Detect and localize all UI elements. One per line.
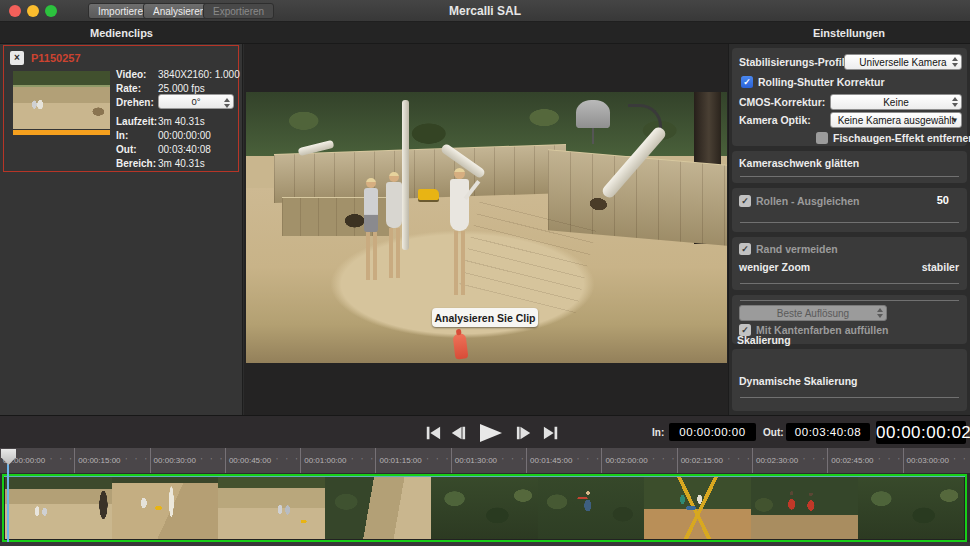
- rate-value: 25.000 fps: [158, 83, 205, 94]
- clip-name: P1150257: [31, 52, 81, 64]
- filmstrip-thumbnail: [218, 477, 325, 539]
- less-zoom-label: weniger Zoom: [739, 261, 810, 273]
- ruler-tick: 00:00:15:00: [75, 448, 150, 473]
- resolution-value: Beste Auflösung: [777, 308, 849, 319]
- analyze-clip-overlay-button[interactable]: Analysieren Sie Clip: [432, 308, 538, 327]
- scaling-slider[interactable]: [740, 300, 959, 301]
- in-value: 00:00:00:00: [158, 130, 211, 141]
- video-label: Video:: [116, 69, 146, 80]
- avoid-border-label: Rand vermeiden: [756, 243, 838, 255]
- pan-smoothing-slider[interactable]: [740, 176, 959, 177]
- rotate-label: Drehen:: [116, 97, 154, 108]
- filmstrip-thumbnail: [5, 477, 112, 539]
- out-value: 00:03:40:08: [158, 144, 211, 155]
- media-clips-panel: × P1150257 Video:3840X2160: 1.000 Rate:2…: [0, 44, 243, 415]
- stepper-updown-icon: [877, 308, 883, 318]
- profile-label: Stabilisierungs-Profile:: [739, 56, 854, 68]
- stepper-updown-icon: [952, 57, 958, 67]
- rolling-shutter-checkbox[interactable]: ✓: [741, 76, 753, 88]
- filmstrip-thumbnail: [112, 477, 219, 539]
- ruler-tick: 00:02:00:00: [602, 448, 677, 473]
- timeline-ruler[interactable]: 00:00:00:0000:00:15:0000:00:30:0000:00:4…: [0, 448, 970, 473]
- filmstrip-thumbnail: [644, 477, 751, 539]
- video-frame: Analysieren Sie Clip: [246, 92, 727, 363]
- filmstrip-thumbnail: [538, 477, 645, 539]
- roll-checkbox[interactable]: ✓: [739, 195, 751, 207]
- video-preview-area: Analysieren Sie Clip: [244, 44, 728, 415]
- out-label: Out:: [116, 144, 137, 155]
- profile-value: Universelle Kamera: [859, 57, 946, 68]
- rotate-select[interactable]: 0°: [158, 94, 234, 109]
- stepper-updown-icon: [224, 98, 230, 108]
- step-back-button[interactable]: [450, 425, 466, 441]
- video-child: [444, 168, 474, 295]
- range-value: 3m 40.31s: [158, 158, 205, 169]
- profile-select[interactable]: Universelle Kamera: [844, 54, 962, 70]
- dynamic-scaling-label: Dynamische Skalierung: [739, 375, 857, 387]
- filmstrip-thumbnail: [751, 477, 858, 539]
- cmos-select[interactable]: Keine: [830, 94, 962, 110]
- panel-headers: Medienclips Einstellungen: [0, 22, 970, 44]
- ruler-tick: 00:01:30:00: [452, 448, 527, 473]
- video-toy-digger: [418, 189, 439, 200]
- clip-thumbnail[interactable]: [13, 71, 110, 129]
- ruler-tick: 00:02:30:00: [753, 448, 828, 473]
- checkmark-icon: ✓: [739, 195, 751, 207]
- step-forward-button[interactable]: [516, 425, 532, 441]
- rotate-value: 0°: [191, 96, 200, 107]
- video-child: [360, 178, 382, 280]
- roll-value: 50: [937, 194, 949, 206]
- filmstrip-thumbnail: [325, 477, 432, 539]
- window-title: Mercalli SAL: [0, 4, 970, 18]
- ruler-tick: 00:00:45:00: [226, 448, 301, 473]
- medienclips-header: Medienclips: [0, 27, 243, 39]
- go-to-start-button[interactable]: [425, 425, 441, 441]
- ruler-tick: 00:01:45:00: [527, 448, 602, 473]
- transport-in-field[interactable]: 00:00:00:00: [669, 423, 756, 441]
- ruler-tick: 00:02:15:00: [678, 448, 753, 473]
- rate-label: Rate:: [116, 83, 141, 94]
- cmos-label: CMOS-Korrektur:: [739, 96, 825, 108]
- fisheye-label: Fischaugen-Effekt entfernen: [833, 132, 970, 144]
- ruler-tick: 00:01:15:00: [376, 448, 451, 473]
- dynamic-scaling-section: Dynamische Skalierung: [732, 349, 967, 411]
- in-label: In:: [116, 130, 128, 141]
- fisheye-checkbox[interactable]: [816, 132, 828, 144]
- checkmark-icon: ✓: [741, 76, 753, 88]
- bottom-edge: [0, 542, 970, 546]
- filmstrip-thumbnails: [5, 477, 964, 539]
- transport-out-field[interactable]: 00:03:40:08: [786, 423, 870, 441]
- ruler-tick: 00:02:45:00: [828, 448, 903, 473]
- clip-card-selected[interactable]: × P1150257 Video:3840X2160: 1.000 Rate:2…: [3, 45, 239, 172]
- range-label: Bereich:: [116, 158, 156, 169]
- remove-clip-button[interactable]: ×: [10, 51, 24, 65]
- current-timecode: 00:00:00:02: [876, 421, 966, 444]
- mercalli-window: Importieren Analysieren Exportieren Merc…: [0, 0, 970, 546]
- dynamic-scaling-slider[interactable]: [740, 397, 959, 398]
- ruler-tick: 00:00:30:00: [151, 448, 226, 473]
- stabler-label: stabiler: [922, 261, 959, 273]
- optics-select[interactable]: Keine Kamera ausgewählt ▾: [830, 112, 962, 128]
- cmos-value: Keine: [883, 97, 909, 108]
- checkmark-icon: ✓: [739, 243, 751, 255]
- settings-panel: Stabilisierungs-Profile: Universelle Kam…: [728, 44, 970, 415]
- avoid-border-checkbox[interactable]: ✓: [739, 243, 751, 255]
- timeline-filmstrip[interactable]: [2, 474, 967, 542]
- duration-label: Laufzeit:: [116, 116, 157, 127]
- einstellungen-header: Einstellungen: [728, 27, 970, 39]
- roll-slider[interactable]: [740, 222, 959, 223]
- optics-value: Keine Kamera ausgewählt: [838, 115, 955, 126]
- zoom-stability-slider[interactable]: [740, 283, 959, 284]
- filmstrip-thumbnail: [858, 477, 965, 539]
- scaling-section: Beste Auflösung ✓ Mit Kantenfarben auffü…: [732, 295, 967, 344]
- clip-progress-bar: [13, 130, 110, 135]
- chevron-down-icon: ▾: [952, 113, 957, 128]
- playhead-line: [7, 464, 9, 542]
- titlebar: Importieren Analysieren Exportieren Merc…: [0, 0, 970, 22]
- optics-label: Kamera Optik:: [739, 114, 811, 126]
- video-value: 3840X2160: 1.000: [158, 69, 240, 80]
- play-button[interactable]: [478, 423, 504, 443]
- clip-thumbnail-image: [13, 71, 110, 129]
- go-to-end-button[interactable]: [543, 425, 559, 441]
- resolution-select: Beste Auflösung: [739, 305, 887, 321]
